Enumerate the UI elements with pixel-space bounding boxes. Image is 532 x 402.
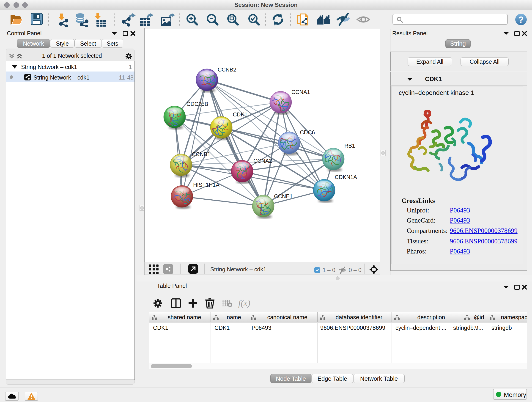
svg-text:CDK1: CDK1 bbox=[233, 111, 247, 118]
svg-text:HIST1H1A: HIST1H1A bbox=[193, 182, 220, 188]
svg-text:CCNA1: CCNA1 bbox=[291, 89, 310, 95]
svg-text:RB1: RB1 bbox=[344, 143, 355, 149]
svg-text:CCNA2: CCNA2 bbox=[253, 158, 272, 164]
svg-text:CCNB2: CCNB2 bbox=[218, 66, 236, 73]
svg-text:CCNE1: CCNE1 bbox=[274, 193, 293, 199]
svg-text:CCNB1: CCNB1 bbox=[192, 151, 210, 157]
svg-text:CDKN1A: CDKN1A bbox=[335, 174, 357, 180]
svg-text:CDC6: CDC6 bbox=[300, 129, 315, 135]
svg-text:CDC25B: CDC25B bbox=[186, 101, 208, 107]
svg-text:?: ? bbox=[518, 15, 524, 25]
